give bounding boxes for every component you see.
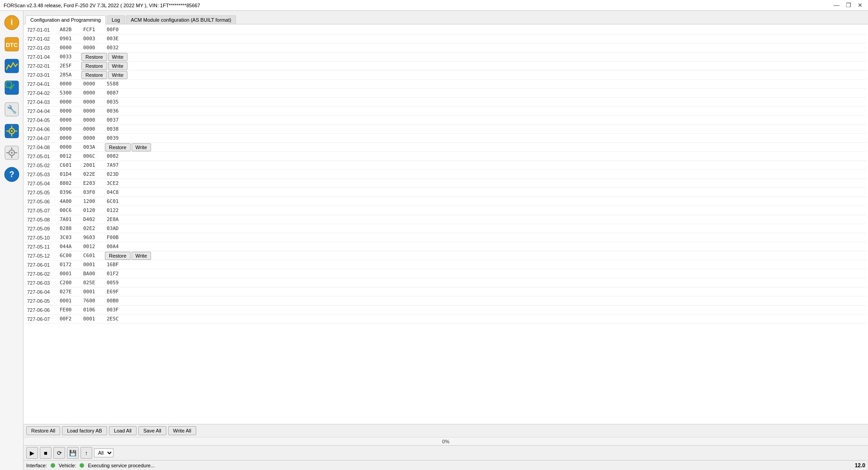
- save-log-button[interactable]: 💾: [67, 447, 79, 459]
- row-id: 727-04-03: [25, 99, 57, 105]
- table-row: 727-06-050001760000B0: [25, 296, 866, 306]
- load-all-button[interactable]: Load All: [109, 426, 137, 435]
- write-button[interactable]: Write: [132, 143, 151, 151]
- row-id: 727-05-07: [25, 207, 57, 214]
- restore-all-button[interactable]: Restore All: [26, 426, 60, 435]
- row-v3: 2E8A: [105, 216, 127, 223]
- row-v1: 044A: [58, 243, 80, 250]
- table-row: 727-05-010012006C0082: [25, 152, 866, 161]
- row-v3: 0059: [105, 279, 127, 286]
- row-v2: 0001: [81, 315, 104, 322]
- row-id: 727-04-02: [25, 90, 57, 96]
- tab-acm[interactable]: ACM Module configuration (AS BUILT forma…: [126, 15, 236, 24]
- sidebar-item-info[interactable]: i: [2, 13, 22, 33]
- close-button[interactable]: ✕: [856, 2, 864, 9]
- row-v3: E69F: [105, 288, 127, 295]
- row-id: 727-05-09: [25, 226, 57, 232]
- sidebar-item-active-tests[interactable]: ✓: [2, 78, 22, 98]
- row-v1: 00F2: [58, 315, 80, 322]
- export-button[interactable]: ↑: [80, 447, 92, 459]
- play-button[interactable]: ▶: [26, 447, 38, 459]
- row-v3: 6C01: [105, 198, 127, 205]
- restore-button[interactable]: ❐: [844, 2, 853, 9]
- row-v3: 2E5C: [105, 315, 127, 322]
- row-v3: 16BF: [105, 261, 127, 268]
- load-factory-ab-button[interactable]: Load factory AB: [62, 426, 107, 435]
- row-id: 727-06-04: [25, 289, 57, 295]
- row-id: 727-02-01: [25, 63, 57, 69]
- tab-log[interactable]: Log: [107, 15, 125, 24]
- row-v3: 003E: [105, 35, 127, 42]
- restore-button[interactable]: Restore: [105, 252, 131, 260]
- sidebar-item-settings[interactable]: [2, 143, 22, 163]
- vehicle-label: Vehicle:: [59, 463, 76, 468]
- row-v2: D402: [81, 216, 104, 223]
- row-id: 727-01-03: [25, 45, 57, 51]
- row-v3: 0036: [105, 108, 127, 114]
- sidebar-item-help[interactable]: ?: [2, 164, 22, 184]
- row-v1: 0001: [58, 297, 80, 304]
- title-bar: FORScan v2.3.48 release, Ford F-250 2V 7…: [0, 0, 868, 11]
- table-row: 727-05-048802E2033CE2: [25, 179, 866, 188]
- refresh-button[interactable]: ⟳: [53, 447, 65, 459]
- row-v2: 0001: [81, 288, 104, 295]
- row-id: 727-05-02: [25, 162, 57, 169]
- row-v1: FE00: [58, 306, 80, 313]
- row-v2: 0012: [81, 243, 104, 250]
- sidebar: i DTC ✓ 🔧: [0, 11, 24, 470]
- row-id: 727-05-05: [25, 189, 57, 196]
- table-row: 727-06-03C200025E0059: [25, 278, 866, 287]
- table-row: 727-05-126C00C601RestoreWrite: [25, 251, 866, 260]
- row-v2: 0000: [81, 108, 104, 114]
- svg-point-19: [11, 152, 13, 154]
- sidebar-item-dtc[interactable]: DTC: [2, 34, 22, 54]
- row-id: 727-05-12: [25, 253, 57, 259]
- sidebar-item-live[interactable]: [2, 56, 22, 76]
- toolbar: ▶ ■ ⟳ 💾 ↑ All: [24, 445, 868, 460]
- save-all-button[interactable]: Save All: [138, 426, 166, 435]
- row-v3: 3CE2: [105, 180, 127, 187]
- restore-button[interactable]: Restore: [105, 143, 131, 151]
- row-v1: C601: [58, 162, 80, 169]
- row-v2: 2001: [81, 162, 104, 169]
- write-button[interactable]: Write: [132, 252, 151, 260]
- row-v3: 0037: [105, 117, 127, 123]
- restore-button[interactable]: Restore: [81, 71, 107, 79]
- progress-bar-container: 0%: [24, 437, 868, 445]
- write-button[interactable]: Write: [108, 53, 127, 61]
- restore-button[interactable]: Restore: [81, 62, 107, 70]
- row-v2: 025E: [81, 279, 104, 286]
- restore-button[interactable]: Restore: [81, 53, 107, 61]
- row-id: 727-05-04: [25, 180, 57, 187]
- write-all-button[interactable]: Write All: [168, 426, 196, 435]
- sidebar-item-service[interactable]: 🔧: [2, 99, 22, 119]
- write-button[interactable]: Write: [108, 62, 127, 70]
- row-id: 727-06-03: [25, 280, 57, 286]
- row-v1: 0001: [58, 270, 80, 277]
- row-v3: 0035: [105, 99, 127, 105]
- row-v1: 0288: [58, 225, 80, 232]
- write-button[interactable]: Write: [108, 71, 127, 79]
- minimize-button[interactable]: —: [832, 2, 841, 9]
- tab-config[interactable]: Configuration and Programming: [25, 15, 106, 24]
- row-v2: 0000: [81, 80, 104, 87]
- row-v1: 8802: [58, 180, 80, 187]
- row-id: 727-05-10: [25, 235, 57, 241]
- row-v2: E203: [81, 180, 104, 187]
- stop-button[interactable]: ■: [40, 447, 52, 459]
- filter-select[interactable]: All: [94, 448, 113, 457]
- table-row: 727-04-04000000000036: [25, 107, 866, 116]
- table-row: 727-01-040033RestoreWrite: [25, 52, 866, 61]
- row-id: 727-05-01: [25, 153, 57, 160]
- row-v2: 03F0: [81, 189, 104, 196]
- row-v1: 0901: [58, 35, 80, 42]
- svg-text:🔧: 🔧: [7, 104, 17, 114]
- svg-text:i: i: [10, 18, 13, 27]
- row-v3: 01F2: [105, 270, 127, 277]
- svg-text:?: ?: [9, 170, 14, 179]
- sidebar-item-config[interactable]: [2, 121, 22, 141]
- row-id: 727-06-07: [25, 316, 57, 322]
- row-v2: 0003: [81, 35, 104, 42]
- table-row: 727-05-09028802E203AD: [25, 224, 866, 233]
- row-v3: 00F0: [105, 26, 127, 33]
